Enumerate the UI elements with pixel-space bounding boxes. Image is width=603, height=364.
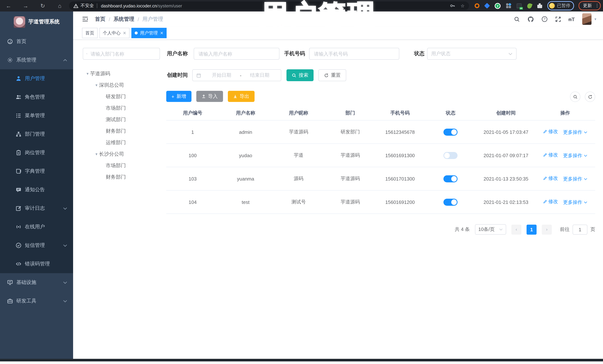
browser-menu-icon[interactable]: ⋮ (595, 4, 598, 7)
search-button[interactable]: 搜索 (287, 69, 313, 81)
tree-node[interactable]: 研发部门 (83, 91, 160, 102)
address-bar[interactable]: 不安全 dashboard.yudao.iocoder.cn/system/us… (69, 1, 469, 10)
sidebar-item-sms-mgmt[interactable]: 短信管理 (0, 236, 73, 255)
more-actions-link[interactable]: 更多操作 (563, 199, 588, 206)
status-toggle[interactable] (444, 175, 458, 182)
table-row: 104 test 测试号 芋道源码 15601691200 2021-01-21… (166, 190, 595, 214)
sidebar-item-online-users[interactable]: 在线用户 (0, 218, 73, 236)
tab-user-mgmt[interactable]: 用户管理 ✕ (131, 28, 167, 38)
sidebar-item-menu-mgmt[interactable]: 菜单管理 (0, 106, 73, 125)
fullscreen-icon[interactable] (555, 16, 561, 22)
username-field[interactable] (194, 48, 279, 60)
close-icon[interactable]: ✕ (160, 31, 163, 35)
more-actions-link[interactable]: 更多操作 (563, 152, 588, 159)
browser-back-icon[interactable]: ← (0, 3, 17, 9)
tab-home[interactable]: 首页 (82, 28, 98, 38)
tree-node[interactable]: ▼长沙分公司 (83, 148, 160, 160)
status-toggle[interactable] (444, 199, 458, 206)
sidebar-item-dev-tools[interactable]: 研发工具 (0, 292, 73, 310)
plus-icon: + (172, 94, 174, 99)
tree-node[interactable]: 运维部门 (83, 137, 160, 148)
sidebar-item-dict-mgmt[interactable]: 字典管理 (0, 162, 73, 180)
toggle-search-icon-button[interactable] (570, 92, 580, 102)
current-page-button[interactable]: 1 (527, 224, 537, 234)
edit-link[interactable]: 修改 (543, 175, 558, 182)
tree-node[interactable]: 测试部门 (83, 114, 160, 125)
app-logo-row[interactable]: 芋道管理系统 (0, 11, 73, 32)
extension-ubuntu-icon[interactable] (475, 3, 479, 8)
dept-search-input[interactable] (90, 51, 157, 57)
close-icon[interactable]: ✕ (123, 31, 126, 35)
extension-tabs-on-icon[interactable]: on (517, 3, 522, 8)
sidebar-item-post-mgmt[interactable]: 岗位管理 (0, 143, 73, 162)
font-size-icon[interactable]: ᵰT (568, 16, 575, 22)
extension-leaf-icon[interactable] (527, 3, 533, 9)
date-range-picker[interactable]: 开始日期 - 结束日期 (192, 69, 281, 81)
extensions-puzzle-icon[interactable] (537, 3, 542, 8)
browser-forward-icon[interactable]: → (17, 3, 34, 9)
avatar-caret-icon[interactable]: ▾ (594, 17, 596, 21)
tree-node[interactable]: 市场部门 (83, 160, 160, 171)
sidebar-item-error-code[interactable]: 错误码管理 (0, 255, 73, 273)
tree-node[interactable]: ▼深圳总公司 (83, 79, 160, 91)
sidebar-item-audit-log[interactable]: 审计日志 (0, 199, 73, 218)
chevron-down-icon (63, 244, 67, 247)
password-key-icon[interactable] (450, 3, 455, 9)
browser-reload-icon[interactable]: ↻ (34, 2, 51, 9)
header-search-icon[interactable] (514, 16, 520, 22)
more-actions-link[interactable]: 更多操作 (563, 176, 588, 182)
tree-node[interactable]: ▼芋道源码 (83, 68, 160, 79)
browser-profile-chip[interactable]: 已暂停 (547, 1, 574, 10)
sidebar-item-label: 角色管理 (25, 94, 45, 100)
caret-down-icon[interactable]: ▼ (94, 83, 99, 87)
help-icon[interactable]: ? (541, 16, 548, 22)
sidebar-item-notice[interactable]: 通知公告 (0, 180, 73, 199)
browser-home-icon[interactable]: ⌂ (51, 3, 68, 9)
add-button[interactable]: + 新增 (166, 91, 191, 102)
extension-grid-icon[interactable] (506, 3, 511, 8)
sidebar-collapse-icon[interactable] (82, 16, 88, 22)
status-toggle[interactable] (444, 128, 458, 135)
dept-search-box[interactable] (83, 48, 160, 60)
mobile-input[interactable] (313, 51, 395, 57)
username-input[interactable] (198, 51, 275, 57)
mobile-field[interactable] (309, 48, 399, 60)
sidebar-item-user-mgmt[interactable]: 用户管理 (0, 69, 73, 88)
extension-gem-icon[interactable] (484, 3, 490, 9)
caret-down-icon[interactable]: ▼ (94, 152, 99, 156)
sidebar-item-infrastructure[interactable]: 基础设施 (0, 273, 73, 292)
browser-update-button[interactable]: 更新 ⋮ (579, 1, 601, 10)
user-avatar[interactable] (582, 13, 591, 25)
refresh-table-button[interactable] (585, 92, 595, 102)
tree-node[interactable]: 财务部门 (83, 125, 160, 137)
reset-button[interactable]: 重置 (318, 69, 346, 81)
edit-link[interactable]: 修改 (543, 198, 558, 205)
sidebar-item-role-mgmt[interactable]: 角色管理 (0, 88, 73, 106)
sidebar-item-home[interactable]: 首页 (0, 32, 73, 51)
next-page-button[interactable]: › (542, 224, 552, 234)
prev-page-button[interactable]: ‹ (511, 224, 521, 234)
page-size-select[interactable]: 10条/页 (475, 224, 506, 235)
edit-link[interactable]: 修改 (543, 128, 558, 135)
extension-green-y-icon[interactable]: y (495, 3, 500, 9)
status-toggle[interactable] (444, 152, 458, 159)
import-button[interactable]: 导入 (196, 91, 223, 102)
status-select[interactable]: 用户状态 (427, 48, 517, 60)
github-icon[interactable] (527, 16, 534, 22)
sidebar-item-system[interactable]: 系统管理 (0, 51, 73, 69)
edit-link[interactable]: 修改 (543, 152, 558, 158)
tree-node[interactable]: 财务部门 (83, 171, 160, 183)
sidebar-item-dept-mgmt[interactable]: 部门管理 (0, 125, 73, 143)
breadcrumb-system[interactable]: 系统管理 (114, 16, 134, 22)
pencil-icon (543, 129, 547, 134)
more-actions-link[interactable]: 更多操作 (563, 129, 588, 136)
goto-page-input[interactable] (573, 224, 587, 234)
broadcast-icon (16, 224, 22, 230)
export-button[interactable]: 导出 (228, 91, 254, 102)
tab-profile[interactable]: 个人中心 ✕ (99, 28, 129, 38)
breadcrumb-home[interactable]: 首页 (95, 16, 105, 22)
bottom-strip (0, 359, 603, 361)
tree-node[interactable]: 市场部门 (83, 102, 160, 114)
caret-down-icon[interactable]: ▼ (85, 72, 90, 76)
bookmark-star-icon[interactable]: ☆ (461, 3, 464, 8)
